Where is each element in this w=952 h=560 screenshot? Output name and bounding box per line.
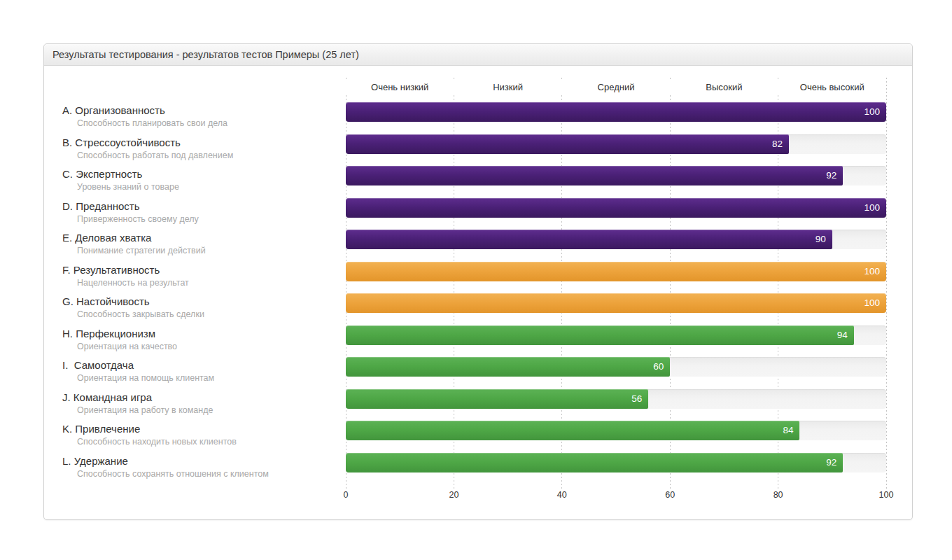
trait-description: Ориентация на качество — [77, 341, 346, 352]
bar-value-label: 82 — [772, 134, 783, 154]
x-axis: 020406080100 — [346, 490, 886, 501]
bar-track: 92 — [346, 453, 886, 472]
bar: 60 — [346, 357, 670, 377]
trait-description: Понимание стратегии действий — [77, 245, 346, 256]
x-tick-label: 0 — [344, 490, 349, 500]
row-label: F. Результативность Нацеленность на резу… — [62, 262, 346, 288]
trait-description: Способность работать под давлением — [77, 150, 346, 161]
row-label: K. Привлечение Способность находить новы… — [62, 421, 346, 447]
bar-track: 94 — [346, 326, 886, 345]
bar-value-label: 100 — [864, 198, 880, 218]
chart-row: F. Результативность Нацеленность на резу… — [62, 262, 886, 294]
bar: 92 — [346, 453, 843, 472]
row-label: E. Деловая хватка Понимание стратегии де… — [62, 230, 346, 256]
row-label: C. Экспертность Уровень знаний о товаре — [62, 166, 346, 192]
chart-row: K. Привлечение Способность находить новы… — [62, 421, 886, 453]
chart-row: L. Удержание Способность сохранять отнош… — [62, 453, 886, 485]
trait-description: Способность находить новых клиентов — [77, 436, 346, 447]
level-header: Низкий — [454, 81, 561, 93]
row-label: J. Командная игра Ориентация на работу в… — [62, 389, 346, 416]
chart-row: J. Командная игра Ориентация на работу в… — [62, 389, 886, 421]
chart-row: H. Перфекционизм Ориентация на качество … — [62, 326, 886, 358]
trait-label: G. Настойчивость — [62, 295, 346, 308]
trait-label: D. Преданность — [62, 200, 346, 213]
row-label: G. Настойчивость Способность закрывать с… — [62, 293, 346, 320]
x-tick-label: 100 — [879, 490, 894, 500]
bar-track: 56 — [346, 389, 886, 409]
bar-value-label: 100 — [864, 293, 880, 313]
panel-title: Результаты тестирования - результатов те… — [44, 44, 912, 66]
bar-value-label: 92 — [826, 166, 836, 186]
row-label: B. Стрессоустойчивость Способность работ… — [62, 134, 346, 161]
level-headers: Очень низкийНизкийСреднийВысокийОчень вы… — [346, 81, 886, 94]
bar-chart: Очень низкийНизкийСреднийВысокийОчень вы… — [44, 66, 912, 519]
bar-value-label: 90 — [816, 230, 826, 249]
x-tick-label: 80 — [774, 490, 783, 500]
level-header: Средний — [562, 81, 670, 93]
trait-label: K. Привлечение — [62, 423, 346, 435]
bar-track: 82 — [346, 134, 886, 154]
chart-row: B. Стрессоустойчивость Способность работ… — [62, 134, 886, 167]
level-header: Очень низкий — [346, 81, 454, 93]
chart-row: C. Экспертность Уровень знаний о товаре … — [62, 166, 886, 198]
level-header: Высокий — [670, 81, 778, 93]
trait-label: A. Организованность — [62, 104, 346, 117]
chart-row: A. Организованность Способность планиров… — [62, 102, 886, 134]
bar-track: 100 — [346, 198, 886, 218]
bar: 100 — [346, 262, 886, 281]
trait-description: Способность планировать свои дела — [77, 118, 346, 129]
trait-description: Способность закрывать сделки — [77, 309, 346, 320]
trait-description: Ориентация на работу в команде — [77, 405, 346, 416]
bar-track: 84 — [346, 421, 886, 440]
bar: 90 — [346, 230, 832, 249]
trait-label: L. Удержание — [62, 455, 346, 468]
x-tick-label: 60 — [665, 490, 675, 500]
row-label: D. Преданность Приверженность своему дел… — [62, 198, 346, 225]
bar: 100 — [346, 293, 886, 313]
trait-label: E. Деловая хватка — [62, 232, 346, 244]
trait-label: B. Стрессоустойчивость — [62, 136, 346, 149]
chart-row: G. Настойчивость Способность закрывать с… — [62, 293, 886, 326]
trait-label: I. Самоотдача — [62, 359, 346, 372]
trait-label: H. Перфекционизм — [62, 328, 346, 340]
trait-label: J. Командная игра — [62, 391, 346, 404]
bar-track: 92 — [346, 166, 886, 186]
bar: 82 — [346, 134, 789, 154]
row-label: H. Перфекционизм Ориентация на качество — [62, 326, 346, 352]
bar-value-label: 100 — [864, 262, 880, 281]
results-panel: Результаты тестирования - результатов те… — [43, 43, 913, 520]
bar-value-label: 92 — [826, 453, 836, 472]
trait-description: Приверженность своему делу — [77, 214, 346, 225]
bar-track: 60 — [346, 357, 886, 377]
x-tick-label: 20 — [449, 490, 458, 500]
bar: 84 — [346, 421, 799, 440]
bar-track: 100 — [346, 102, 886, 122]
bar-track: 90 — [346, 230, 886, 249]
bar: 100 — [346, 102, 886, 122]
bar: 94 — [346, 326, 854, 345]
trait-description: Ориентация на помощь клиентам — [77, 372, 346, 384]
bar-value-label: 84 — [783, 421, 793, 440]
bar-value-label: 60 — [653, 357, 664, 377]
chart-row: I. Самоотдача Ориентация на помощь клиен… — [62, 357, 886, 389]
level-header: Очень высокий — [778, 81, 886, 93]
trait-label: C. Экспертность — [62, 168, 346, 181]
bar-track: 100 — [346, 293, 886, 313]
trait-label: F. Результативность — [62, 264, 346, 276]
x-tick-label: 40 — [557, 490, 567, 500]
trait-description: Нацеленность на результат — [77, 277, 346, 288]
bar-track: 100 — [346, 262, 886, 281]
row-label: A. Организованность Способность планиров… — [62, 102, 346, 129]
bar: 100 — [346, 198, 886, 218]
chart-row: E. Деловая хватка Понимание стратегии де… — [62, 230, 886, 262]
chart-rows: A. Организованность Способность планиров… — [62, 102, 886, 484]
bar-value-label: 56 — [631, 389, 642, 409]
row-label: L. Удержание Способность сохранять отнош… — [62, 453, 346, 479]
bar-value-label: 100 — [864, 102, 880, 122]
bar: 56 — [346, 389, 648, 409]
chart-row: D. Преданность Приверженность своему дел… — [62, 198, 886, 230]
bar-value-label: 94 — [837, 326, 848, 345]
row-label: I. Самоотдача Ориентация на помощь клиен… — [62, 357, 346, 384]
trait-description: Способность сохранять отношения с клиент… — [77, 468, 346, 479]
trait-description: Уровень знаний о товаре — [77, 181, 346, 192]
